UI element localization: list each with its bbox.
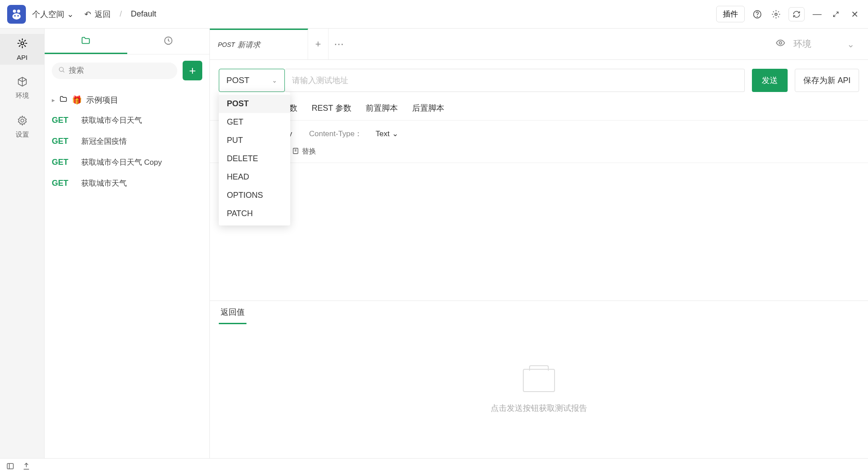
save-as-api-button[interactable]: 保存为新 API: [795, 69, 859, 92]
undo-icon: ↶: [84, 9, 91, 19]
eye-icon[interactable]: [776, 38, 785, 50]
search-input[interactable]: [69, 66, 171, 75]
close-icon[interactable]: ✕: [848, 8, 861, 21]
search-icon: [58, 66, 65, 75]
gear-icon: [17, 115, 28, 129]
breadcrumb-separator: /: [120, 9, 122, 19]
search-wrap[interactable]: [52, 63, 177, 79]
tree-api-item[interactable]: GET 获取城市今日天气: [45, 110, 209, 131]
rail-label: 设置: [16, 130, 29, 139]
api-icon: [17, 38, 28, 52]
svg-point-9: [21, 119, 24, 122]
req-tab-prescript[interactable]: 前置脚本: [366, 103, 398, 120]
topbar: 个人空间 ⌄ ↶ 返回 / Default 插件 — ✕: [0, 0, 868, 29]
content-type-value: Text: [376, 129, 389, 138]
minimize-icon[interactable]: —: [811, 8, 823, 21]
statusbar: [0, 458, 868, 476]
back-button[interactable]: ↶ 返回: [84, 9, 111, 20]
maximize-icon[interactable]: [830, 8, 842, 21]
body-toolbar: 复制 搜索 替换: [210, 147, 868, 163]
svg-point-11: [59, 67, 63, 71]
inbox-icon: [523, 369, 555, 392]
method-option[interactable]: POST: [219, 95, 290, 113]
response-tab-result[interactable]: 返回值: [219, 301, 246, 324]
svg-point-4: [17, 15, 19, 17]
method-option[interactable]: PATCH: [219, 205, 290, 223]
svg-point-2: [13, 13, 21, 19]
svg-point-3: [14, 15, 16, 17]
url-input[interactable]: [285, 69, 745, 92]
response-section: 返回值 点击发送按钮获取测试报告: [210, 301, 868, 458]
api-method: GET: [52, 179, 76, 188]
method-option[interactable]: DELETE: [219, 150, 290, 168]
tree-api-item[interactable]: GET 新冠全国疫情: [45, 131, 209, 152]
tab-add-button[interactable]: +: [308, 29, 329, 59]
req-tab-rest[interactable]: REST 参数: [312, 103, 351, 120]
svg-point-0: [13, 9, 16, 13]
tab-title: 新请求: [238, 40, 260, 50]
api-method: GET: [52, 137, 76, 146]
svg-point-7: [775, 13, 777, 15]
req-tab-postscript[interactable]: 后置脚本: [412, 103, 444, 120]
tree-api-item[interactable]: GET 获取城市天气: [45, 173, 209, 194]
settings-gear-icon[interactable]: [770, 8, 782, 21]
request-subtabs: 请求体 Query 参数 REST 参数 前置脚本 后置脚本: [210, 101, 868, 121]
api-method: GET: [52, 158, 76, 167]
send-button[interactable]: 发送: [752, 69, 788, 92]
content: POST 新请求 + ⋯ 环境 ⌄ POST ⌄ 发送: [210, 29, 868, 458]
rail-item-settings[interactable]: 设置: [0, 112, 44, 142]
request-tab[interactable]: POST 新请求: [210, 29, 308, 59]
chevron-down-icon: ⌄: [392, 129, 398, 138]
svg-rect-17: [7, 463, 13, 469]
chevron-down-icon: ⌄: [847, 39, 855, 50]
url-row: POST ⌄ 发送 保存为新 API POST GET PUT DELETE H…: [210, 60, 868, 101]
chevron-right-icon: ▸: [52, 96, 55, 104]
chevron-down-icon: ⌄: [272, 77, 277, 84]
rail-item-api[interactable]: API: [0, 34, 44, 65]
toolbar-replace[interactable]: 替换: [292, 147, 316, 156]
svg-point-12: [779, 42, 782, 44]
rail-item-env[interactable]: 环境: [0, 73, 44, 104]
chevron-down-icon: ⌄: [67, 9, 74, 19]
upload-icon[interactable]: [22, 462, 30, 472]
sidebar-tab-history[interactable]: [127, 29, 210, 54]
method-select[interactable]: POST ⌄: [219, 69, 285, 92]
tree-api-item[interactable]: GET 获取城市今日天气 Copy: [45, 152, 209, 173]
response-empty-state: 点击发送按钮获取测试报告: [210, 324, 868, 458]
api-tree: ▸ 🎁 示例项目 GET 获取城市今日天气 GET 新冠全国疫情 GET 获取城…: [45, 87, 209, 197]
api-name: 获取城市天气: [81, 178, 127, 188]
method-option[interactable]: HEAD: [219, 168, 290, 186]
tab-method: POST: [218, 41, 235, 48]
sidebar: + ▸ 🎁 示例项目 GET 获取城市今日天气 GET 新冠全国疫情 GET: [45, 29, 210, 458]
add-button[interactable]: +: [183, 61, 202, 80]
cube-icon: [17, 76, 28, 90]
tab-more-button[interactable]: ⋯: [329, 29, 349, 59]
body-type-row: Raw Binary Content-Type： Text ⌄: [210, 121, 868, 147]
svg-point-1: [17, 9, 20, 13]
env-placeholder: 环境: [793, 38, 811, 50]
content-type-select[interactable]: Text ⌄: [376, 129, 398, 138]
method-option[interactable]: PUT: [219, 131, 290, 150]
method-option[interactable]: OPTIONS: [219, 186, 290, 205]
workspace-dropdown[interactable]: 个人空间 ⌄: [32, 9, 74, 20]
folder-icon: [59, 95, 67, 105]
content-type-label: Content-Type：: [309, 129, 362, 139]
body-editor[interactable]: [210, 163, 868, 301]
sidebar-tab-folder[interactable]: [45, 29, 127, 54]
api-name: 新冠全国疫情: [81, 136, 127, 146]
breadcrumb-current: Default: [131, 9, 156, 19]
app-logo[interactable]: [7, 5, 26, 24]
method-dropdown: POST GET PUT DELETE HEAD OPTIONS PATCH: [219, 92, 290, 225]
folder-name: 示例项目: [86, 95, 118, 105]
sidebar-tabs: [45, 29, 209, 54]
help-icon[interactable]: [751, 8, 764, 21]
plugin-button[interactable]: 插件: [716, 6, 745, 22]
method-option[interactable]: GET: [219, 113, 290, 131]
refresh-icon[interactable]: [789, 7, 805, 21]
environment-select[interactable]: 环境 ⌄: [793, 38, 855, 50]
tabs-row: POST 新请求 + ⋯ 环境 ⌄: [210, 29, 868, 60]
panel-icon[interactable]: [6, 462, 14, 472]
tree-folder[interactable]: ▸ 🎁 示例项目: [45, 90, 209, 110]
svg-point-6: [757, 16, 758, 17]
back-label: 返回: [95, 9, 111, 20]
